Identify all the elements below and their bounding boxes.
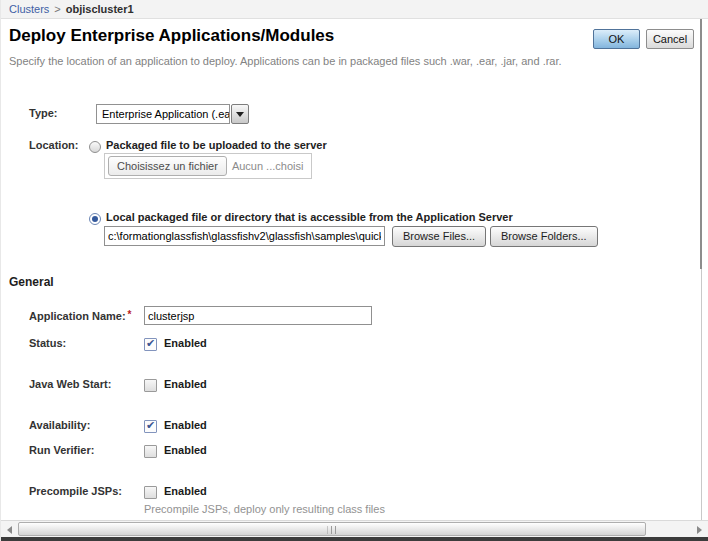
- run-verifier-row: Run Verifier: Enabled: [1, 444, 701, 460]
- precompile-jsps-row: Precompile JSPs: Enabled: [1, 485, 701, 501]
- precompile-jsps-help-text: Precompile JSPs, deploy only resulting c…: [144, 503, 385, 515]
- scroll-right-icon: [697, 526, 702, 534]
- page-description: Specify the location of an application t…: [9, 55, 562, 67]
- file-upload-control: Choisissez un fichier Aucun ...choisi: [104, 153, 312, 179]
- scrollbar-grip-icon: [328, 526, 337, 534]
- java-web-start-enabled-label: Enabled: [164, 378, 207, 390]
- chevron-down-icon: [236, 112, 244, 117]
- availability-row: Availability: Enabled: [1, 419, 701, 435]
- application-name-label-text: Application Name:: [29, 310, 126, 322]
- dropdown-arrow-button[interactable]: [231, 104, 249, 124]
- application-name-input[interactable]: [144, 306, 372, 325]
- availability-label: Availability:: [29, 419, 90, 431]
- run-verifier-enabled-label: Enabled: [164, 444, 207, 456]
- java-web-start-label: Java Web Start:: [29, 378, 111, 390]
- required-asterisk: *: [128, 309, 132, 320]
- breadcrumb: Clusters>objiscluster1: [1, 0, 708, 19]
- file-chosen-status: Aucun ...choisi: [232, 160, 304, 172]
- deploy-page: Clusters>objiscluster1 Deploy Enterprise…: [0, 0, 708, 541]
- location-label: Location:: [29, 139, 79, 151]
- java-web-start-row: Java Web Start: Enabled: [1, 378, 701, 394]
- type-dropdown[interactable]: Enterprise Application (.ear): [96, 104, 249, 124]
- radio-local-file[interactable]: [89, 213, 101, 225]
- horizontal-scrollbar[interactable]: [1, 520, 708, 537]
- choose-file-button[interactable]: Choisissez un fichier: [108, 156, 227, 176]
- availability-checkbox[interactable]: [144, 420, 157, 433]
- status-enabled-label: Enabled: [164, 337, 207, 349]
- precompile-jsps-label: Precompile JSPs:: [29, 485, 122, 497]
- scroll-left-icon: [7, 526, 12, 534]
- radio-upload-file-label: Packaged file to be uploaded to the serv…: [106, 139, 327, 151]
- status-row: Status: Enabled: [1, 337, 701, 353]
- breadcrumb-clusters-link[interactable]: Clusters: [9, 3, 49, 15]
- bottom-border-band: [1, 537, 708, 541]
- precompile-jsps-enabled-label: Enabled: [164, 485, 207, 497]
- vertical-scrollbar-thumb[interactable]: [700, 19, 702, 269]
- run-verifier-checkbox[interactable]: [144, 445, 157, 458]
- run-verifier-label: Run Verifier:: [29, 444, 94, 456]
- java-web-start-checkbox[interactable]: [144, 379, 157, 392]
- status-checkbox[interactable]: [144, 338, 157, 351]
- cancel-button[interactable]: Cancel: [646, 29, 694, 49]
- application-name-label: Application Name:*: [29, 309, 131, 322]
- local-path-input[interactable]: [104, 226, 385, 246]
- scroll-right-button[interactable]: [691, 522, 707, 537]
- radio-upload-file[interactable]: [89, 141, 101, 153]
- ok-button[interactable]: OK: [593, 29, 640, 49]
- general-section-heading: General: [9, 275, 54, 289]
- scroll-left-button[interactable]: [1, 522, 17, 537]
- browse-files-button[interactable]: Browse Files...: [392, 226, 486, 247]
- horizontal-scrollbar-thumb[interactable]: [18, 522, 646, 536]
- breadcrumb-separator: >: [54, 3, 60, 15]
- type-label: Type:: [29, 107, 58, 119]
- availability-enabled-label: Enabled: [164, 419, 207, 431]
- page-title: Deploy Enterprise Applications/Modules: [9, 26, 334, 46]
- status-label: Status:: [29, 337, 66, 349]
- type-dropdown-value: Enterprise Application (.ear): [96, 104, 230, 124]
- browse-folders-button[interactable]: Browse Folders...: [490, 226, 598, 247]
- breadcrumb-current: objiscluster1: [66, 3, 134, 15]
- precompile-jsps-checkbox[interactable]: [144, 486, 157, 499]
- radio-local-file-label: Local packaged file or directory that is…: [106, 211, 513, 223]
